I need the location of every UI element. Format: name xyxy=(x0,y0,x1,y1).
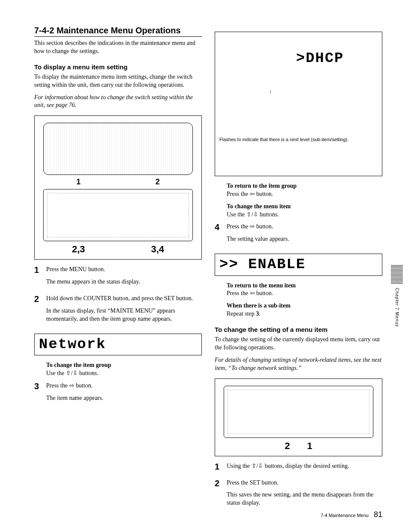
step2-text-b: In the status display, first “MAINTE MEN… xyxy=(46,307,202,323)
step-number-3: 3 xyxy=(34,382,42,390)
step4-text-a: Press the ⇨ button. xyxy=(227,223,382,231)
text-change-item: Use the ⇧/⇩ buttons. xyxy=(227,211,279,218)
para-change-setting: To change the setting of the currently d… xyxy=(215,336,382,352)
figure2-callouts: 2 1 xyxy=(219,440,378,452)
step3-text-a: Press the ⇨ button. xyxy=(46,382,202,390)
subhead-change-item: To change the menu item xyxy=(227,203,291,210)
flash-indicator-arrow-icon: ↑ xyxy=(269,89,273,95)
subhead-return-item: To return to the menu item xyxy=(227,282,296,289)
device-control-panel-illustration xyxy=(43,189,193,241)
lcd-dhcp-text: >DHCP xyxy=(296,50,344,66)
callout-c2: 2 xyxy=(285,440,290,452)
change-step-number-1: 1 xyxy=(215,462,222,471)
text-return-group: Press the ⇦ button. xyxy=(227,191,273,197)
change-step-number-2: 2 xyxy=(215,479,222,488)
subhead-return-group: To return to the item group xyxy=(227,183,296,189)
intro-text: This section describes the indications i… xyxy=(34,39,202,56)
subhead-display: To display a menu item setting xyxy=(34,63,202,71)
step1-text-b: The menu appears in the status display. xyxy=(46,278,202,286)
chapter-thumb-tab: Chapter 7 Menus xyxy=(391,265,403,327)
step-number-1: 1 xyxy=(34,266,42,274)
figure-device-full: 1 2 2,3 3,4 xyxy=(34,115,202,260)
change-step2-text-a: Press the SET button. xyxy=(227,479,382,487)
thumb-tab-lines-icon xyxy=(391,265,403,284)
step3-text-b: The item name appears. xyxy=(46,394,202,402)
lcd-display-dhcp: >DHCP ↑ Flashes to indicate that there i… xyxy=(215,32,382,176)
lcd-display-network: Network xyxy=(34,334,202,355)
page-number: 81 xyxy=(374,510,382,519)
device-upper-illustration xyxy=(43,123,193,175)
change-step1-text: Using the ⇧/⇩ buttons, display the desir… xyxy=(227,462,382,470)
step4-text-b: The setting value appears. xyxy=(227,235,382,243)
callout-1: 1 xyxy=(76,177,80,186)
text-return-item: Press the ⇦ button. xyxy=(227,290,273,296)
subhead-change-setting: To change the setting of a menu item xyxy=(215,326,382,333)
step-number-2: 2 xyxy=(34,295,42,303)
figure1-lower-callouts: 2,3 3,4 xyxy=(39,244,197,255)
subhead-change-group: To change the item group xyxy=(46,362,111,368)
step1-text-a: Press the MENU button. xyxy=(46,266,202,274)
callout-34: 3,4 xyxy=(151,244,164,255)
change-step2-text-b: This saves the new setting, and the menu… xyxy=(227,491,382,507)
callout-2: 2 xyxy=(155,177,160,186)
figure1-upper-callouts: 1 2 xyxy=(39,177,197,186)
section-heading: 7-4-2 Maintenance Menu Operations xyxy=(34,26,202,37)
para-display: To display the maintenance menu item set… xyxy=(34,73,202,89)
chapter-label: Chapter 7 Menus xyxy=(395,288,399,327)
page-footer: 7-4 Maintenance Menu 81 xyxy=(320,510,382,519)
subhead-subitem: When there is a sub-item xyxy=(227,302,290,309)
callout-c1: 1 xyxy=(307,440,312,452)
text-subitem: Repeat step 3. xyxy=(227,310,260,317)
crossref-network: For details of changing settings of netw… xyxy=(215,356,382,372)
lcd-display-enable: >> ENABLE xyxy=(215,254,382,275)
step-number-4: 4 xyxy=(215,223,222,231)
figure-control-panel: 2 1 xyxy=(215,378,382,456)
control-panel-illustration xyxy=(224,386,373,438)
footer-section-title: 7-4 Maintenance Menu xyxy=(320,513,369,518)
crossref-switch: For information about how to change the … xyxy=(34,94,202,110)
text-change-group: Use the ⇧/⇩ buttons. xyxy=(46,370,98,376)
step2-text-a: Hold down the COUNTER button, and press … xyxy=(46,295,202,303)
callout-23: 2,3 xyxy=(72,244,85,255)
lcd-dhcp-caption: Flashes to indicate that there is a next… xyxy=(219,137,378,142)
